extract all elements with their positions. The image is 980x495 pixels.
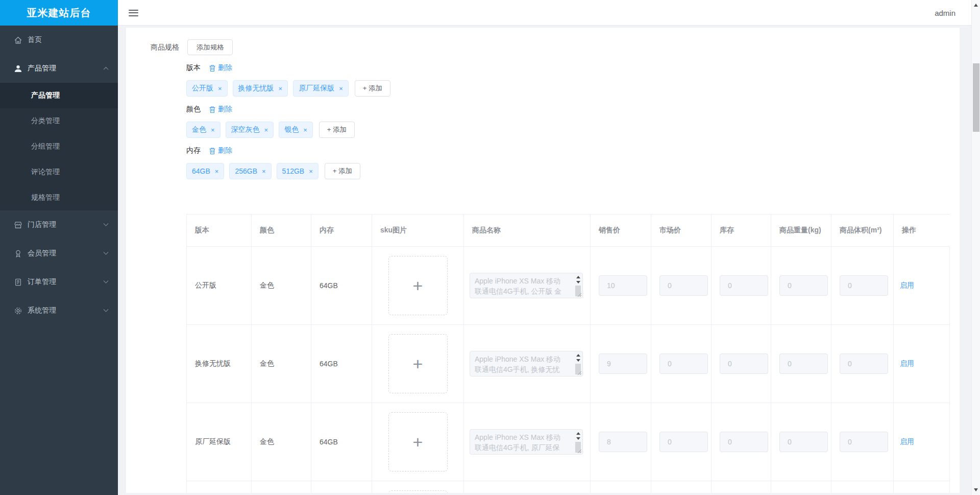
table-body: 公开版 金色 64GB + Apple iPhone XS Max 移动 联通电…: [187, 247, 949, 493]
scroll-up-icon[interactable]: [576, 276, 580, 278]
add-tag-button[interactable]: + 添加: [325, 163, 360, 179]
sidebar-subitem-product-management[interactable]: 产品管理: [0, 83, 118, 108]
hamburger-menu-icon[interactable]: [129, 8, 138, 17]
delete-group-link[interactable]: 删除: [209, 63, 232, 73]
sale-price-input[interactable]: 10: [599, 275, 647, 296]
product-submenu: 产品管理 分类管理 分组管理 评论管理 规格管理: [0, 83, 118, 210]
sidebar-subitem-spec-management[interactable]: 规格管理: [0, 185, 118, 210]
order-icon: [14, 278, 22, 287]
volume-cell: [831, 481, 894, 493]
scroll-up-icon[interactable]: [576, 432, 580, 435]
chevron-down-icon: [104, 307, 109, 312]
spec-group-color: 颜色 删除 金色× 深空灰色× 银色× + 添加: [186, 105, 960, 138]
stock-input[interactable]: 0: [720, 353, 768, 374]
version-cell: 公开版: [187, 247, 252, 325]
scrollbar-thumb[interactable]: [973, 63, 979, 132]
table-row: +: [187, 481, 949, 493]
stock-input[interactable]: 0: [720, 275, 768, 296]
delete-group-link[interactable]: 删除: [209, 146, 232, 155]
resize-grip-icon[interactable]: [577, 449, 582, 454]
weight-input[interactable]: 0: [779, 432, 828, 452]
color-cell: 金色: [252, 325, 311, 403]
scrollbar-up-arrow-icon[interactable]: [974, 4, 978, 7]
tag-remove-icon[interactable]: ×: [218, 85, 222, 92]
image-upload-button[interactable]: +: [388, 334, 448, 393]
action-cell: 启用: [894, 325, 950, 403]
sidebar-item-store-management[interactable]: 门店管理: [0, 210, 118, 239]
user-menu[interactable]: admin: [935, 0, 955, 26]
volume-input[interactable]: 0: [840, 275, 888, 296]
delete-group-link[interactable]: 删除: [209, 105, 232, 114]
tag-remove-icon[interactable]: ×: [211, 127, 215, 133]
sku-image-cell: +: [372, 325, 464, 403]
market-price-cell: [651, 481, 712, 493]
chevron-up-icon: [104, 66, 109, 72]
weight-cell: 0: [771, 403, 831, 481]
stock-input[interactable]: 0: [720, 432, 768, 452]
product-name-textarea[interactable]: Apple iPhone XS Max 移动 联通电信4G手机, 换修无忧: [470, 351, 583, 376]
sale-price-cell: 8: [591, 403, 651, 481]
tag-remove-icon[interactable]: ×: [215, 168, 219, 175]
tag-remove-icon[interactable]: ×: [264, 127, 268, 133]
market-price-input[interactable]: 0: [659, 275, 708, 296]
market-price-input[interactable]: 0: [659, 353, 708, 374]
tag-remove-icon[interactable]: ×: [262, 168, 266, 175]
add-spec-button[interactable]: 添加规格: [187, 39, 233, 55]
enable-link[interactable]: 启用: [900, 359, 914, 368]
enable-link[interactable]: 启用: [900, 281, 914, 290]
add-tag-button[interactable]: + 添加: [355, 80, 390, 97]
market-price-cell: 0: [651, 325, 712, 403]
topbar: admin: [118, 0, 980, 26]
product-name-textarea[interactable]: Apple iPhone XS Max 移动 联通电信4G手机, 公开版 金: [470, 273, 583, 298]
main-area: admin 商品规格 添加规格 版本 删除: [118, 0, 980, 495]
resize-grip-icon[interactable]: [577, 293, 582, 297]
tag-remove-icon[interactable]: ×: [339, 85, 343, 92]
sku-image-cell: +: [372, 403, 464, 481]
scroll-down-icon[interactable]: [576, 437, 580, 440]
spec-tag: 256GB×: [229, 163, 271, 179]
spec-tag: 金色×: [186, 122, 220, 138]
scroll-down-icon[interactable]: [576, 359, 580, 362]
spec-tag: 原厂延保版×: [293, 80, 349, 97]
image-upload-button[interactable]: +: [388, 256, 448, 315]
tag-remove-icon[interactable]: ×: [303, 127, 307, 133]
resize-grip-icon[interactable]: [577, 371, 582, 375]
enable-link[interactable]: 启用: [900, 437, 914, 446]
scroll-up-icon[interactable]: [576, 354, 580, 357]
stock-cell: 0: [712, 325, 771, 403]
tag-remove-icon[interactable]: ×: [279, 85, 283, 92]
spec-tag: 512GB×: [277, 163, 318, 179]
sidebar-subitem-group-management[interactable]: 分组管理: [0, 134, 118, 159]
scrollbar-down-arrow-icon[interactable]: [974, 488, 978, 491]
table-header-row: 版本 颜色 内存 sku图片 商品名称 销售价 市场价 库存 商品重量(kg) …: [187, 215, 949, 247]
volume-input[interactable]: 0: [840, 432, 888, 452]
sidebar-item-order-management[interactable]: 订单管理: [0, 268, 118, 296]
sale-price-input[interactable]: 9: [599, 353, 647, 374]
weight-cell: [771, 481, 831, 493]
sidebar-item-home[interactable]: 首页: [0, 26, 118, 54]
sidebar-item-product-management[interactable]: 产品管理: [0, 54, 118, 83]
sidebar-item-system-management[interactable]: 系统管理: [0, 296, 118, 325]
table-row: 原厂延保版 金色 64GB + Apple iPhone XS Max 移动 联…: [187, 403, 949, 481]
weight-input[interactable]: 0: [779, 275, 828, 296]
tag-remove-icon[interactable]: ×: [309, 168, 313, 175]
spec-group-version: 版本 删除 公开版× 换修无忧版× 原厂延保版× + 添加: [186, 63, 960, 97]
market-price-input[interactable]: 0: [659, 432, 708, 452]
sale-price-input[interactable]: 8: [599, 432, 647, 452]
member-icon: [14, 249, 22, 258]
memory-cell: 64GB: [311, 247, 372, 325]
scroll-down-icon[interactable]: [576, 281, 580, 284]
sidebar-subitem-category-management[interactable]: 分类管理: [0, 108, 118, 134]
volume-input[interactable]: 0: [840, 353, 888, 374]
image-upload-button[interactable]: +: [388, 412, 448, 472]
page-scrollbar[interactable]: [971, 0, 980, 495]
sidebar-subitem-comment-management[interactable]: 评论管理: [0, 159, 118, 185]
sidebar-item-member-management[interactable]: 会员管理: [0, 239, 118, 268]
product-name-textarea[interactable]: Apple iPhone XS Max 移动 联通电信4G手机, 原厂延保: [470, 429, 583, 455]
image-upload-button[interactable]: +: [388, 490, 448, 493]
spec-tag: 换修无忧版×: [233, 80, 288, 97]
color-cell: 金色: [252, 247, 311, 325]
weight-input[interactable]: 0: [779, 353, 828, 374]
add-tag-button[interactable]: + 添加: [319, 122, 355, 138]
sidebar-item-label: 门店管理: [28, 220, 104, 229]
